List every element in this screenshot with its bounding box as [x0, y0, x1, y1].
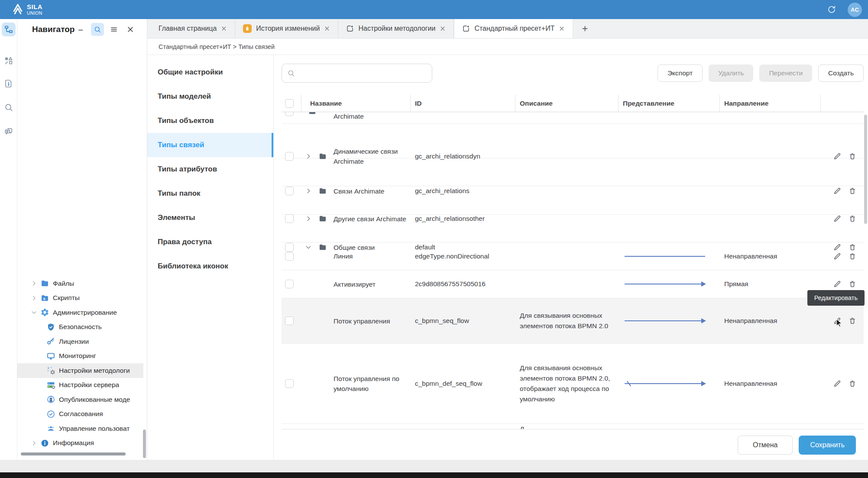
search-input[interactable]	[299, 70, 427, 77]
edit-icon[interactable]	[833, 187, 842, 195]
row-checkbox[interactable]	[285, 243, 294, 252]
column-header-description[interactable]: Описание	[515, 95, 619, 112]
row-checkbox[interactable]	[285, 112, 294, 116]
table-row[interactable]: Активизирует 2c9d808567557505016 Прямая	[282, 270, 864, 298]
menu-item-attribute-types[interactable]: Типы атрибутов	[147, 157, 273, 181]
row-checkbox[interactable]	[285, 152, 294, 161]
top-bar: SILA UNION AC	[0, 0, 868, 19]
delete-icon[interactable]	[848, 317, 857, 325]
comments-icon[interactable]	[2, 125, 16, 139]
table-vertical-scrollbar[interactable]	[864, 115, 867, 224]
tree-item-monitoring[interactable]: Мониторинг	[17, 349, 143, 364]
menu-item-relation-types[interactable]: Типы связей	[147, 133, 273, 157]
new-tab-button[interactable]: +	[573, 19, 596, 38]
delete-button[interactable]: Удалить	[709, 65, 753, 82]
delete-icon[interactable]	[848, 379, 857, 388]
select-all-checkbox[interactable]	[285, 99, 294, 108]
close-icon[interactable]	[324, 26, 330, 32]
move-button[interactable]: Перенести	[759, 65, 812, 82]
table-row[interactable]: Связи Archimate gc_archi_relations	[282, 158, 864, 186]
close-icon[interactable]	[559, 26, 565, 32]
tree-item-methodology-settings[interactable]: Настройки методологи	[17, 363, 143, 378]
chevron-right-icon[interactable]	[29, 438, 39, 448]
delete-icon[interactable]	[848, 187, 857, 195]
edit-icon[interactable]	[833, 252, 842, 261]
table-row-partial[interactable]: Archimate	[282, 112, 864, 124]
row-checkbox[interactable]	[285, 252, 294, 261]
column-header-id[interactable]: ID	[411, 95, 515, 112]
tab-home[interactable]: Главная страница	[151, 19, 235, 38]
row-checkbox[interactable]	[285, 379, 294, 388]
menu-item-elements[interactable]: Элементы	[147, 206, 273, 230]
tree-item-administration[interactable]: Администрирование	[17, 305, 143, 320]
menu-item-access-rights[interactable]: Права доступа	[147, 230, 273, 254]
close-icon[interactable]	[124, 23, 137, 36]
tree-item-files[interactable]: Файлы	[17, 276, 143, 291]
row-checkbox[interactable]	[285, 214, 294, 223]
filter-icon[interactable]	[107, 23, 120, 36]
column-header-name[interactable]: Название	[301, 95, 411, 112]
delete-icon[interactable]	[848, 252, 857, 261]
tree-item-published-models[interactable]: Опубликованные моде	[17, 392, 143, 407]
menu-item-icon-library[interactable]: Библиотека иконок	[147, 254, 273, 278]
horizontal-scrollbar[interactable]	[21, 452, 126, 455]
close-icon[interactable]	[221, 26, 227, 32]
save-button[interactable]: Сохранить	[799, 436, 856, 455]
refresh-icon[interactable]	[827, 5, 836, 14]
document-info-icon[interactable]	[2, 77, 16, 90]
tree-item-security[interactable]: Безопасность	[17, 320, 143, 335]
cancel-button[interactable]: Отмена	[738, 436, 793, 455]
delete-icon[interactable]	[848, 214, 857, 223]
search-icon[interactable]	[2, 100, 16, 114]
tab-standard-preset[interactable]: Стандартный пресет+ИТ	[454, 19, 573, 38]
tree-item-scripts[interactable]: Скрипты	[17, 291, 143, 306]
minimize-icon[interactable]	[74, 23, 87, 36]
search-icon[interactable]	[91, 23, 104, 36]
menu-item-object-types[interactable]: Типы объектов	[147, 109, 273, 133]
export-button[interactable]: Экспорт	[657, 65, 703, 82]
tree-item-server-settings[interactable]: Настройки сервера	[17, 378, 143, 393]
avatar[interactable]: AC	[848, 3, 862, 17]
delete-icon[interactable]	[848, 243, 857, 252]
delete-icon[interactable]	[848, 280, 857, 288]
hierarchy-icon[interactable]	[2, 23, 16, 36]
tree-item-label: Опубликованные моде	[59, 396, 130, 404]
tab-methodology-settings[interactable]: Настройки методологии	[338, 19, 454, 38]
tree-item-information[interactable]: Информация	[17, 436, 143, 451]
shapes-icon[interactable]	[2, 54, 16, 68]
close-icon[interactable]	[440, 26, 446, 32]
tree-item-licenses[interactable]: Лицензии	[17, 334, 143, 349]
delete-icon[interactable]	[848, 152, 857, 161]
tree-item-user-management[interactable]: Управление пользоват	[17, 421, 143, 436]
vertical-scrollbar[interactable]	[143, 430, 146, 458]
edit-icon[interactable]	[833, 280, 842, 288]
table-search[interactable]	[282, 64, 432, 83]
server-gear-icon	[45, 380, 56, 390]
menu-item-general-settings[interactable]: Общие настройки	[147, 60, 273, 84]
menu-item-folder-types[interactable]: Типы папок	[147, 181, 273, 206]
app-logo[interactable]: SILA UNION	[11, 3, 42, 16]
edit-icon[interactable]	[833, 243, 842, 252]
column-header-direction[interactable]: Направление	[720, 95, 821, 112]
row-checkbox[interactable]	[285, 280, 294, 288]
tab-change-history[interactable]: История изменений	[235, 19, 338, 38]
create-button[interactable]: Создать	[818, 65, 864, 82]
menu-item-model-types[interactable]: Типы моделей	[147, 84, 273, 109]
table-row[interactable]: Поток управления c_bpmn_seq_flow Для свя…	[282, 298, 864, 344]
table-row-partial[interactable]: Д	[282, 424, 864, 429]
edit-tooltip: Редактировать	[807, 290, 865, 306]
tree-item-label: Настройки сервера	[59, 381, 119, 389]
tree-item-approvals[interactable]: Согласования	[17, 407, 143, 422]
column-header-representation[interactable]: Представление	[619, 95, 720, 112]
row-checkbox[interactable]	[285, 317, 294, 325]
globe-user-icon	[45, 395, 56, 404]
edit-icon[interactable]	[833, 152, 842, 161]
chevron-right-icon[interactable]	[29, 278, 39, 289]
table-row[interactable]: Поток управления по умолчанию c_bpmn_def…	[282, 344, 864, 424]
edit-icon[interactable]	[833, 214, 842, 223]
table-row[interactable]: Динамические связи Archimate gc_archi_re…	[282, 124, 864, 158]
row-checkbox[interactable]	[285, 187, 294, 195]
edit-icon[interactable]	[833, 379, 842, 388]
chevron-down-icon[interactable]	[29, 307, 39, 318]
chevron-right-icon[interactable]	[29, 293, 39, 303]
